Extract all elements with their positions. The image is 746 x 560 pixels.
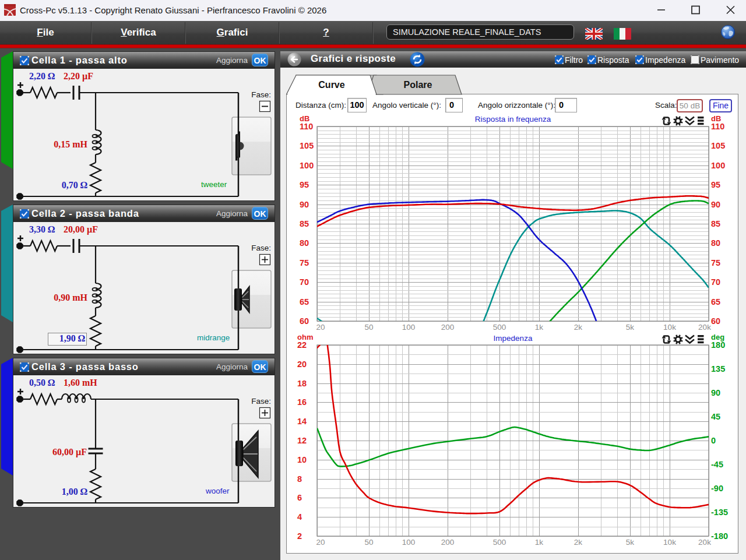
svg-text:0: 0 <box>711 436 716 445</box>
svg-text:dB: dB <box>711 114 721 123</box>
svg-text:1k: 1k <box>535 323 544 332</box>
svg-text:Impedenza: Impedenza <box>494 334 533 343</box>
svg-text:135: 135 <box>711 364 725 374</box>
svg-text:90: 90 <box>300 200 309 209</box>
svg-text:75: 75 <box>300 258 309 267</box>
svg-text:dB: dB <box>300 114 309 123</box>
svg-text:80: 80 <box>711 238 720 248</box>
svg-text:18: 18 <box>297 379 307 388</box>
svg-text:20: 20 <box>316 323 325 332</box>
svg-text:8: 8 <box>297 474 302 484</box>
svg-text:10: 10 <box>297 455 307 464</box>
svg-text:ohm: ohm <box>297 333 313 341</box>
svg-text:5k: 5k <box>626 323 635 332</box>
svg-text:70: 70 <box>300 277 309 287</box>
svg-text:12: 12 <box>297 436 307 445</box>
svg-text:14: 14 <box>297 417 307 426</box>
svg-text:85: 85 <box>300 219 309 228</box>
svg-text:95: 95 <box>711 180 720 189</box>
svg-text:105: 105 <box>300 141 314 150</box>
svg-text:2: 2 <box>297 531 302 541</box>
svg-text:65: 65 <box>300 297 309 307</box>
svg-text:45: 45 <box>711 412 720 421</box>
svg-text:Risposta in frequenza: Risposta in frequenza <box>475 115 551 124</box>
svg-text:20k: 20k <box>698 538 711 547</box>
svg-text:Fase:: Fase: <box>251 244 271 252</box>
svg-text:50: 50 <box>364 323 373 332</box>
svg-text:2k: 2k <box>574 323 583 332</box>
svg-text:50: 50 <box>364 538 373 547</box>
svg-text:90: 90 <box>711 200 720 209</box>
svg-text:60: 60 <box>711 316 720 326</box>
svg-text:110: 110 <box>300 122 313 131</box>
svg-text:200: 200 <box>441 323 455 332</box>
svg-text:-135: -135 <box>711 508 728 517</box>
svg-text:10k: 10k <box>663 538 676 547</box>
svg-text:180: 180 <box>711 340 725 350</box>
svg-text:16: 16 <box>297 397 307 407</box>
svg-text:75: 75 <box>711 258 720 267</box>
svg-text:60: 60 <box>300 316 309 326</box>
svg-text:22: 22 <box>297 340 307 350</box>
svg-text:110: 110 <box>711 122 724 131</box>
svg-text:Fase:: Fase: <box>251 90 271 99</box>
svg-text:80: 80 <box>300 238 309 248</box>
svg-text:100: 100 <box>300 161 314 170</box>
svg-text:100: 100 <box>711 161 725 170</box>
svg-text:500: 500 <box>493 323 506 332</box>
svg-text:Curve: Curve <box>318 80 344 90</box>
svg-text:2k: 2k <box>574 538 583 547</box>
svg-text:5k: 5k <box>626 538 635 547</box>
svg-text:-180: -180 <box>711 531 728 541</box>
svg-text:10k: 10k <box>663 323 676 332</box>
svg-text:95: 95 <box>300 180 309 189</box>
svg-text:-45: -45 <box>711 460 723 469</box>
svg-text:70: 70 <box>711 277 720 287</box>
svg-text:85: 85 <box>711 219 720 228</box>
svg-text:-90: -90 <box>711 484 723 493</box>
svg-text:Polare: Polare <box>404 80 432 90</box>
svg-text:20: 20 <box>316 538 325 547</box>
svg-text:20k: 20k <box>698 323 711 332</box>
svg-text:500: 500 <box>493 538 506 547</box>
svg-text:105: 105 <box>711 141 725 150</box>
svg-text:4: 4 <box>297 512 302 522</box>
svg-text:100: 100 <box>402 538 416 547</box>
svg-text:Fase:: Fase: <box>251 397 271 406</box>
svg-text:6: 6 <box>297 493 302 502</box>
svg-text:200: 200 <box>441 538 455 547</box>
svg-text:20: 20 <box>297 360 307 369</box>
svg-text:65: 65 <box>711 297 720 307</box>
svg-text:100: 100 <box>402 323 416 332</box>
svg-text:90: 90 <box>711 388 720 397</box>
svg-text:deg: deg <box>711 333 724 341</box>
svg-text:1k: 1k <box>535 538 544 547</box>
